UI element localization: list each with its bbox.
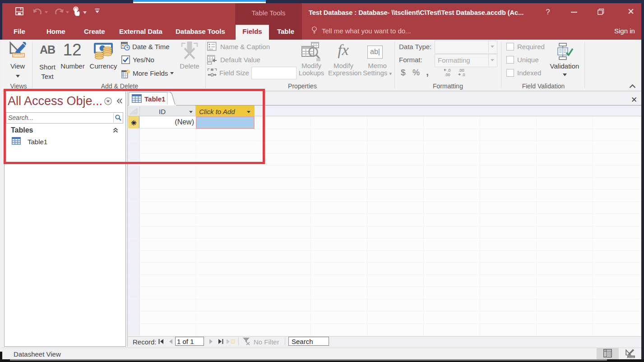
svg-text:.00: .00 bbox=[445, 73, 450, 77]
svg-text:.0: .0 bbox=[447, 68, 451, 73]
svg-text:.00: .00 bbox=[459, 68, 464, 73]
svg-text:.0: .0 bbox=[462, 73, 465, 77]
